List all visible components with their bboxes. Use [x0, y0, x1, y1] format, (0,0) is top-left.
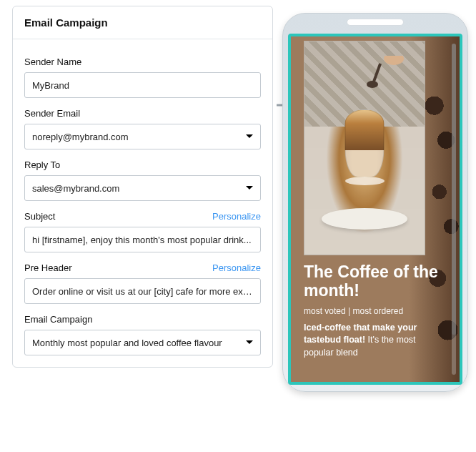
sender-name-group: Sender Name	[24, 56, 261, 98]
reply-to-value[interactable]	[24, 175, 261, 201]
subject-group: Subject Personalize	[24, 211, 261, 252]
subject-input[interactable]	[24, 227, 261, 252]
sender-email-value[interactable]	[24, 124, 261, 149]
sender-email-group: Sender Email	[24, 108, 261, 149]
subject-label: Subject	[24, 211, 55, 222]
scrollbar-thumb[interactable]	[452, 44, 456, 335]
reply-to-group: Reply To	[24, 159, 261, 201]
svg-rect-3	[372, 63, 382, 84]
phone-screen: The Coffee of the month! most voted | mo…	[288, 34, 462, 385]
campaign-group: Email Campaign	[24, 314, 261, 355]
email-subtitle: most voted | most ordered	[304, 306, 441, 316]
email-title: The Coffee of the month!	[304, 262, 441, 300]
reply-to-label: Reply To	[24, 159, 60, 170]
sender-email-label: Sender Email	[24, 108, 80, 119]
pre-header-group: Pre Header Personalize	[24, 262, 261, 304]
email-body: Iced-coffee that make your tastebud floa…	[304, 322, 441, 360]
sender-name-label: Sender Name	[24, 56, 81, 67]
pre-header-personalize-link[interactable]: Personalize	[212, 262, 261, 273]
scrollbar[interactable]	[452, 44, 456, 375]
svg-point-4	[384, 56, 404, 65]
email-campaign-form: Email Campaign Sender Name Sender Email …	[12, 6, 273, 368]
campaign-select[interactable]	[24, 330, 261, 355]
reply-to-select[interactable]	[24, 175, 261, 201]
pre-header-label: Pre Header	[24, 262, 71, 273]
subject-personalize-link[interactable]: Personalize	[212, 211, 261, 222]
sender-email-select[interactable]	[24, 124, 261, 149]
hero-image	[304, 41, 425, 255]
sender-name-input[interactable]	[24, 72, 261, 98]
form-body: Sender Name Sender Email Reply To	[13, 39, 272, 367]
form-title: Email Campaign	[13, 6, 272, 39]
phone-preview: The Coffee of the month! most voted | mo…	[282, 13, 468, 392]
campaign-value[interactable]	[24, 330, 261, 355]
phone-notch	[347, 19, 404, 26]
email-copy: The Coffee of the month! most voted | mo…	[304, 262, 441, 359]
pre-header-input[interactable]	[24, 278, 261, 304]
campaign-label: Email Campaign	[24, 314, 92, 325]
